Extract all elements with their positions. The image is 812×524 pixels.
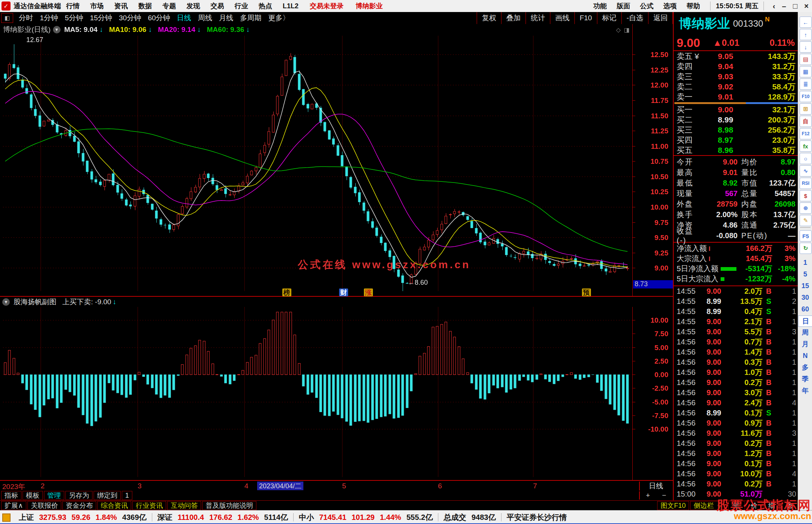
tab-互动问答[interactable]: 互动问答 bbox=[167, 501, 201, 510]
side-period-15[interactable]: 15 bbox=[798, 281, 812, 291]
menu-item-帮助[interactable]: 帮助 bbox=[686, 2, 700, 10]
period-60分钟[interactable]: 60分钟 bbox=[148, 14, 170, 22]
trade-row[interactable]: 14:569.0010.0万B4 bbox=[674, 469, 798, 479]
zoom-out-button[interactable]: − bbox=[662, 491, 666, 500]
zoom-in-button[interactable]: + bbox=[646, 491, 650, 500]
minimize-button[interactable]: – bbox=[782, 2, 786, 10]
side-period-周[interactable]: 周 bbox=[798, 327, 812, 338]
toolbar-button--自选[interactable]: -自选 bbox=[621, 12, 648, 24]
move-icon[interactable]: ⊕ bbox=[800, 202, 812, 214]
tab-指标[interactable]: 指标 bbox=[1, 491, 21, 500]
trade-row[interactable]: 14:569.001.2万B1 bbox=[674, 448, 798, 459]
menu-item-功能[interactable]: 功能 bbox=[593, 2, 607, 10]
layout-toggle-icon[interactable]: ◧ bbox=[1, 13, 13, 23]
trade-row[interactable]: 14:558.990.4万S1 bbox=[674, 307, 798, 317]
chart-badge-预[interactable]: 预 bbox=[582, 288, 591, 296]
toolbar-button-叠加[interactable]: 叠加 bbox=[501, 12, 526, 24]
tab-图文F10[interactable]: 图文F10 bbox=[657, 501, 689, 510]
rsi-icon[interactable]: RSI bbox=[800, 178, 812, 189]
tab-综合资讯[interactable]: 综合资讯 bbox=[97, 501, 131, 510]
subchart-indicator-name[interactable]: 股海扬帆副图 bbox=[14, 297, 56, 307]
menu-item-发现[interactable]: 发现 bbox=[186, 2, 200, 10]
trade-row[interactable]: 14:569.000.2万B1 bbox=[674, 378, 798, 388]
trade-row[interactable]: 14:569.000.7万B1 bbox=[674, 337, 798, 347]
menu-item-版面[interactable]: 版面 bbox=[617, 2, 630, 10]
trade-row[interactable]: 14:569.000.2万B1 bbox=[674, 479, 798, 489]
period-周线[interactable]: 周线 bbox=[198, 14, 212, 22]
menu-item-热点[interactable]: 热点 bbox=[259, 2, 272, 10]
period-15分钟[interactable]: 15分钟 bbox=[90, 14, 112, 22]
buy-row[interactable]: 买四8.9723.0万 bbox=[674, 135, 798, 145]
trade-row[interactable]: 14:569.000.1万B1 bbox=[674, 459, 798, 469]
news-list-icon[interactable]: ≣ bbox=[800, 79, 812, 90]
statusbar-icon[interactable] bbox=[2, 513, 11, 522]
period-30分钟[interactable]: 30分钟 bbox=[119, 14, 141, 22]
wave-icon[interactable]: ∿ bbox=[800, 165, 812, 177]
trade-row[interactable]: 14:569.003.0万B1 bbox=[674, 388, 798, 398]
menu-item-市场[interactable]: 市场 bbox=[90, 2, 104, 10]
buy-row[interactable]: 买二8.99200.3万 bbox=[674, 115, 798, 125]
tab-关联报价[interactable]: 关联报价 bbox=[27, 501, 61, 510]
toolbar-button-返回[interactable]: 返回 bbox=[648, 12, 673, 24]
trade-row[interactable]: 14:569.000.2万B1 bbox=[674, 438, 798, 448]
side-period-5[interactable]: 5 bbox=[798, 269, 812, 279]
tab-资金分布[interactable]: 资金分布 bbox=[62, 501, 96, 510]
side-period-60[interactable]: 60 bbox=[798, 304, 812, 314]
trade-row[interactable]: 14:559.002.0万B1 bbox=[674, 286, 798, 296]
toolbar-button-复权[interactable]: 复权 bbox=[477, 12, 501, 24]
period-更多〉[interactable]: 更多〉 bbox=[268, 14, 290, 22]
menu-item-行情[interactable]: 行情 bbox=[66, 2, 80, 10]
menu-item-资讯[interactable]: 资讯 bbox=[114, 2, 128, 10]
toolbar-button-画线[interactable]: 画线 bbox=[550, 12, 574, 24]
sell-row[interactable]: 卖一9.01128.9万 bbox=[674, 92, 798, 102]
side-period-日[interactable]: 日 bbox=[798, 316, 812, 327]
trade-row[interactable]: 14:569.000.3万B1 bbox=[674, 357, 798, 367]
tab-行业资讯[interactable]: 行业资讯 bbox=[132, 501, 166, 510]
main-candlestick-chart[interactable] bbox=[0, 24, 673, 296]
tab-模板[interactable]: 模板 bbox=[23, 491, 43, 500]
refresh-icon[interactable]: ↻ bbox=[800, 243, 812, 254]
back-arrow-icon[interactable]: ← bbox=[800, 17, 812, 28]
toolbar-button-统计[interactable]: 统计 bbox=[526, 12, 550, 24]
chart-badge-榜[interactable]: 榜 bbox=[282, 288, 291, 296]
side-period-年[interactable]: 年 bbox=[798, 385, 812, 396]
f5-icon[interactable]: F5 bbox=[800, 230, 812, 242]
maximize-button[interactable]: □ bbox=[793, 2, 797, 10]
side-period-N[interactable]: N bbox=[798, 350, 812, 361]
trade-row[interactable]: 14:558.9913.5万S2 bbox=[674, 296, 798, 307]
quote-board-icon[interactable]: ▤ bbox=[800, 54, 812, 65]
trade-row[interactable]: 14:569.0011.6万B3 bbox=[674, 428, 798, 438]
tab-另存为[interactable]: 另存为 bbox=[65, 491, 92, 500]
structure-icon[interactable]: ⊞ bbox=[800, 103, 812, 115]
trade-row[interactable]: 15:009.0051.0万30 bbox=[674, 489, 798, 499]
menu-item-行业[interactable]: 行业 bbox=[235, 2, 248, 10]
current-stock-menu[interactable]: 博纳影业 bbox=[356, 2, 383, 11]
menu-item-交易[interactable]: 交易 bbox=[211, 2, 224, 10]
toolbar-button-F10[interactable]: F10 bbox=[574, 12, 597, 24]
chart-badge-涨[interactable]: 涨 bbox=[364, 288, 373, 296]
sell-row[interactable]: 卖五 ¥9.05143.3万 bbox=[674, 51, 798, 61]
menu-item-L1L2[interactable]: L1L2 bbox=[283, 2, 298, 10]
up-arrow-icon[interactable]: ↑ bbox=[800, 29, 812, 40]
period-分时[interactable]: 分时 bbox=[19, 14, 33, 22]
f10-icon[interactable]: F10 bbox=[800, 91, 812, 102]
back-button[interactable]: ‹ bbox=[773, 2, 775, 10]
oscillator-chart[interactable] bbox=[0, 306, 673, 480]
menu-item-数据[interactable]: 数据 bbox=[138, 2, 152, 10]
side-period-1[interactable]: 1 bbox=[798, 257, 812, 268]
side-period-月[interactable]: 月 bbox=[798, 339, 812, 349]
circle-icon[interactable]: ○ bbox=[800, 153, 812, 164]
pencil-icon[interactable]: ✎ bbox=[800, 215, 812, 226]
close-button[interactable]: × bbox=[804, 2, 809, 10]
period-1分钟[interactable]: 1分钟 bbox=[40, 14, 58, 22]
trade-row[interactable]: 14:569.001.0万B1 bbox=[674, 367, 798, 378]
sell-row[interactable]: 卖四9.0431.2万 bbox=[674, 61, 798, 71]
f12-icon[interactable]: F12 bbox=[800, 128, 812, 139]
trade-row[interactable]: 14:569.002.4万B4 bbox=[674, 398, 798, 408]
side-period-30[interactable]: 30 bbox=[798, 292, 812, 303]
down-arrow-icon[interactable]: ↓ bbox=[800, 41, 812, 53]
buy-row[interactable]: 买一9.0032.1万 bbox=[674, 104, 798, 115]
login-status[interactable]: 交易未登录 bbox=[310, 2, 344, 11]
sell-row[interactable]: 卖二9.0258.4万 bbox=[674, 82, 798, 92]
sell-row[interactable]: 卖三9.0333.3万 bbox=[674, 71, 798, 82]
